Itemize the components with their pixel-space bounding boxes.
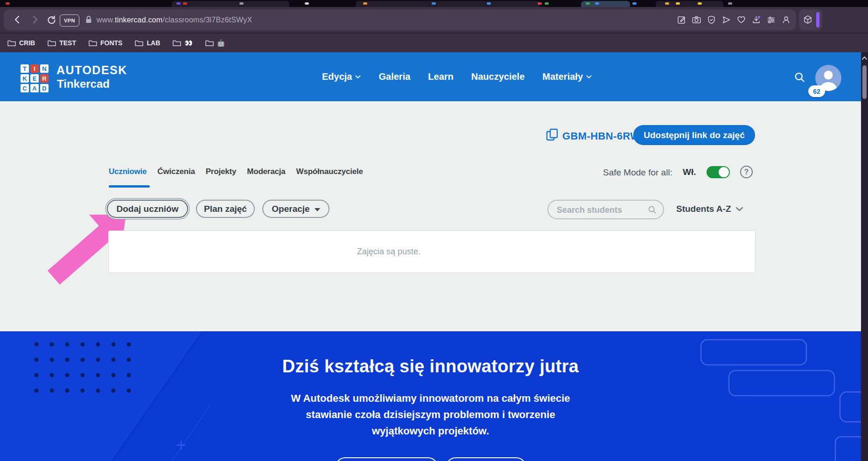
nav-label: Nauczyciele	[471, 71, 525, 82]
safe-mode-label: Safe Mode for all:	[603, 168, 672, 178]
share-send-icon[interactable]	[721, 15, 731, 25]
logo-tile: A	[30, 84, 39, 92]
shield-icon[interactable]	[707, 15, 716, 25]
browser-forward-button[interactable]	[29, 14, 40, 25]
operations-label: Operacje	[272, 204, 309, 214]
tab-favicon	[487, 2, 491, 5]
bookmark-label: LAB	[147, 39, 160, 47]
tab-favicon	[676, 2, 680, 5]
safe-mode-toggle[interactable]	[707, 166, 730, 178]
nav-label: Edycja	[322, 71, 352, 82]
bookmark-label: TEST	[59, 39, 76, 47]
tab-moderacja[interactable]: Moderacja	[247, 167, 285, 176]
lesson-plan-label: Plan zajęć	[204, 204, 247, 214]
nav-item-materiały[interactable]: Materiały	[542, 71, 592, 82]
tab-favicon	[6, 2, 10, 5]
tab-favicon	[176, 2, 181, 5]
class-code[interactable]: GBM-HBN-6RW	[562, 130, 640, 142]
nav-item-learn[interactable]: Learn	[428, 71, 453, 82]
camera-icon[interactable]	[692, 15, 701, 25]
vpn-badge[interactable]: VPN	[60, 14, 79, 27]
header-nav: EdycjaGaleriaLearnNauczycieleMateriały	[322, 52, 592, 101]
nav-item-edycja[interactable]: Edycja	[322, 71, 361, 82]
logo-tile: E	[30, 74, 39, 83]
browser-back-button[interactable]	[12, 14, 23, 25]
student-search	[547, 200, 664, 219]
browser-reload-button[interactable]	[46, 14, 57, 25]
tab-favicon	[432, 2, 436, 5]
share-link-button[interactable]: Udostępnij link do zajęć	[633, 125, 755, 145]
scrollbar-thumb[interactable]	[862, 65, 867, 99]
folder-icon	[173, 40, 181, 47]
scroll-up-icon[interactable]	[861, 56, 868, 60]
bookmark-lab[interactable]: LAB	[135, 39, 160, 47]
address-bar[interactable]: www.tinkercad.com/classrooms/3l7Bz6tSWyX	[97, 9, 252, 30]
url-path: /classrooms/3l7Bz6tSWyX	[162, 16, 252, 24]
logo-tile: D	[40, 84, 49, 92]
tab-ćwiczenia[interactable]: Ćwiczenia	[157, 167, 195, 176]
tinkercad-header: TINKERCAD AUTODESK Tinkercad EdycjaGaler…	[0, 52, 861, 101]
bookmark-👀[interactable]: 👀	[173, 39, 192, 47]
extension-panel[interactable]	[799, 9, 822, 30]
tab-współnauczyciele[interactable]: Współnauczyciele	[296, 167, 363, 176]
tab-favicon	[545, 2, 549, 5]
browser-tab[interactable]	[172, 1, 289, 7]
tab-favicon	[363, 2, 367, 5]
page-scrollbar[interactable]	[861, 52, 868, 461]
tab-favicon	[183, 2, 187, 5]
nav-item-galeria[interactable]: Galeria	[378, 71, 410, 82]
tab-favicon	[698, 2, 702, 5]
notification-badge[interactable]: 62	[808, 85, 825, 97]
tab-favicon	[665, 2, 669, 5]
bookmarks-bar: CRIBTESTFONTSLAB👀🤖	[7, 34, 225, 52]
bookmark-label: FONTS	[100, 39, 122, 47]
students-empty-panel: Zajęcia są puste.	[108, 230, 756, 273]
tinkercad-logo[interactable]: TINKERCAD	[21, 64, 49, 92]
tab-projekty[interactable]: Projekty	[206, 167, 237, 176]
logo-tile: K	[21, 74, 29, 83]
sliders-icon[interactable]	[766, 15, 776, 25]
tab-favicon	[586, 2, 590, 5]
cube-icon	[803, 14, 813, 25]
tab-uczniowie[interactable]: Uczniowie	[109, 167, 147, 176]
browser-tab-strip[interactable]	[0, 0, 868, 7]
chevron-down-icon	[735, 207, 743, 211]
lock-icon	[84, 15, 95, 26]
bookmark-test[interactable]: TEST	[48, 39, 76, 47]
folder-icon	[48, 40, 56, 47]
profile-icon[interactable]	[781, 15, 791, 25]
tab-favicon	[728, 2, 732, 5]
copy-code-icon[interactable]	[546, 128, 559, 142]
active-tab-underline	[109, 185, 150, 188]
tab-favicon	[305, 2, 309, 5]
bookmark-🤖[interactable]: 🤖	[205, 39, 225, 47]
bookmark-fonts[interactable]: FONTS	[89, 39, 122, 47]
operations-dropdown-button[interactable]: Operacje	[262, 200, 329, 218]
nav-item-nauczyciele[interactable]: Nauczyciele	[471, 71, 525, 82]
sort-label: Students A-Z	[676, 204, 731, 214]
bookmark-label: 🤖	[217, 39, 225, 47]
logo-tile: I	[30, 64, 39, 73]
section-tabs: UczniowieĆwiczeniaProjektyModeracjaWspół…	[109, 167, 363, 176]
marketing-footer: Dziś kształcą się innowatorzy jutra W Au…	[0, 331, 861, 461]
download-icon[interactable]	[751, 15, 761, 25]
sort-dropdown[interactable]: Students A-Z	[676, 200, 743, 218]
search-icon[interactable]	[793, 71, 806, 84]
logo-tile: R	[40, 74, 49, 83]
tab-favicon	[632, 2, 637, 5]
folder-icon	[205, 40, 214, 47]
footer-button-2[interactable]	[446, 457, 526, 461]
note-edit-icon[interactable]	[677, 15, 686, 25]
lesson-plan-button[interactable]: Plan zajęć	[196, 200, 255, 218]
heart-icon[interactable]	[736, 15, 746, 25]
student-search-input[interactable]	[556, 202, 646, 218]
add-students-button[interactable]: Dodaj uczniów	[107, 200, 188, 218]
folder-icon	[7, 40, 16, 47]
logo-tile: C	[21, 84, 29, 92]
bookmark-crib[interactable]: CRIB	[7, 39, 35, 47]
browser-tab[interactable]	[356, 1, 540, 7]
footer-line: W Autodesk umożliwiamy innowatorom na ca…	[0, 392, 861, 405]
footer-button-1[interactable]	[335, 457, 438, 461]
bookmark-label: CRIB	[19, 39, 35, 47]
help-icon[interactable]: ?	[740, 166, 753, 178]
